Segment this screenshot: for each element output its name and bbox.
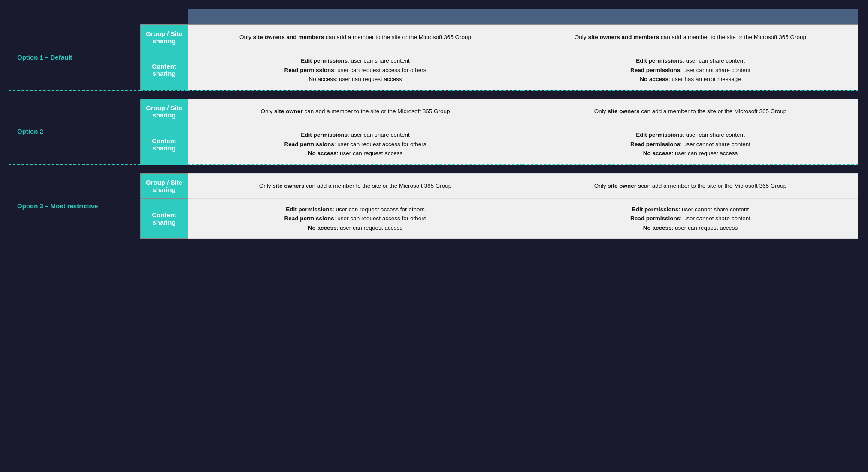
- col1-cell-3-1: Only site owners can add a member to the…: [188, 173, 523, 198]
- main-table-wrapper: Option 1 – DefaultGroup / SitesharingOnl…: [9, 9, 858, 239]
- option-label-3: Option 3 – Most restrictive: [9, 173, 141, 239]
- col2-cell-3-1: Only site owner scan add a member to the…: [523, 173, 858, 198]
- col2-header: [523, 9, 858, 25]
- col2-cell-1-2: Edit permissions: user can share content…: [523, 50, 858, 90]
- option-label-1: Option 1 – Default: [9, 25, 141, 90]
- col2-cell-3-2: Edit permissions: user cannot share cont…: [523, 198, 858, 239]
- col1-cell-1-2: Edit permissions: user can share content…: [188, 50, 523, 90]
- divider-row: [9, 165, 858, 171]
- type-cell-2-2: Contentsharing: [141, 124, 188, 165]
- col2-cell-2-1: Only site owners can add a member to the…: [523, 99, 858, 124]
- empty-header: [9, 9, 141, 25]
- table-row: Option 2Group / SitesharingOnly site own…: [9, 99, 858, 124]
- type-cell-3-1: Group / Sitesharing: [141, 173, 188, 198]
- comparison-table: Option 1 – DefaultGroup / SitesharingOnl…: [9, 9, 858, 239]
- empty-header2: [141, 9, 188, 25]
- type-cell-1-1: Group / Sitesharing: [141, 25, 188, 50]
- type-cell-2-1: Group / Sitesharing: [141, 99, 188, 124]
- col2-cell-1-1: Only site owners and members can add a m…: [523, 25, 858, 50]
- col2-cell-2-2: Edit permissions: user can share content…: [523, 124, 858, 165]
- col1-cell-2-1: Only site owner can add a member to the …: [188, 99, 523, 124]
- table-row: Option 3 – Most restrictiveGroup / Sites…: [9, 173, 858, 198]
- col1-header: [188, 9, 523, 25]
- col1-cell-1-1: Only site owners and members can add a m…: [188, 25, 523, 50]
- divider-row: [9, 90, 858, 96]
- col1-cell-3-2: Edit permissions: user can request acces…: [188, 198, 523, 239]
- type-cell-1-2: Contentsharing: [141, 50, 188, 90]
- option-label-2: Option 2: [9, 99, 141, 165]
- table-row: Option 1 – DefaultGroup / SitesharingOnl…: [9, 25, 858, 50]
- col1-cell-2-2: Edit permissions: user can share content…: [188, 124, 523, 165]
- type-cell-3-2: Contentsharing: [141, 198, 188, 239]
